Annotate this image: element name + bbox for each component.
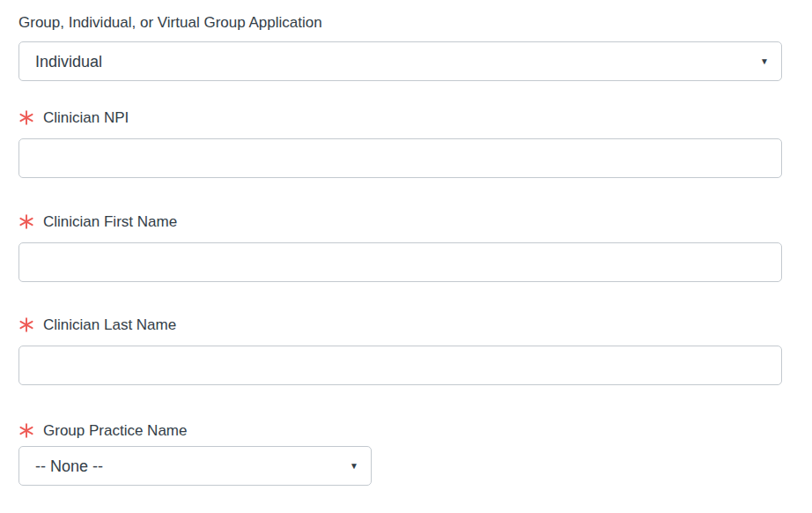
application-type-select[interactable]: Individual bbox=[18, 41, 782, 81]
clinician-npi-label-text: Clinician NPI bbox=[43, 108, 129, 128]
clinician-npi-label: Clinician NPI bbox=[18, 108, 782, 128]
field-group-application-type: Group, Individual, or Virtual Group Appl… bbox=[18, 12, 782, 81]
group-practice-name-label: Group Practice Name bbox=[18, 420, 782, 441]
field-group-clinician-npi: Clinician NPI bbox=[18, 108, 782, 178]
application-type-select-wrap: Individual ▼ bbox=[18, 41, 782, 81]
clinician-last-name-label: Clinician Last Name bbox=[18, 315, 782, 335]
clinician-first-name-input[interactable] bbox=[18, 242, 782, 282]
field-group-clinician-last-name: Clinician Last Name bbox=[18, 315, 782, 385]
required-asterisk-icon bbox=[19, 109, 33, 126]
group-practice-name-select[interactable]: -- None -- bbox=[18, 446, 372, 486]
field-group-clinician-first-name: Clinician First Name bbox=[18, 212, 782, 282]
field-group-group-practice-name: Group Practice Name -- None -- ▼ bbox=[18, 420, 782, 486]
group-practice-name-select-wrap: -- None -- ▼ bbox=[18, 446, 372, 486]
application-form: Group, Individual, or Virtual Group Appl… bbox=[0, 0, 812, 486]
required-asterisk-icon bbox=[19, 316, 33, 333]
application-type-label-text: Group, Individual, or Virtual Group Appl… bbox=[18, 12, 322, 33]
required-asterisk-icon bbox=[19, 422, 33, 439]
clinician-first-name-label: Clinician First Name bbox=[18, 212, 782, 232]
clinician-last-name-input[interactable] bbox=[18, 346, 782, 385]
clinician-first-name-label-text: Clinician First Name bbox=[43, 212, 177, 232]
application-type-label: Group, Individual, or Virtual Group Appl… bbox=[18, 12, 782, 33]
required-asterisk-icon bbox=[19, 213, 33, 230]
group-practice-name-label-text: Group Practice Name bbox=[43, 420, 187, 441]
clinician-npi-input[interactable] bbox=[18, 138, 782, 178]
clinician-last-name-label-text: Clinician Last Name bbox=[43, 315, 176, 335]
